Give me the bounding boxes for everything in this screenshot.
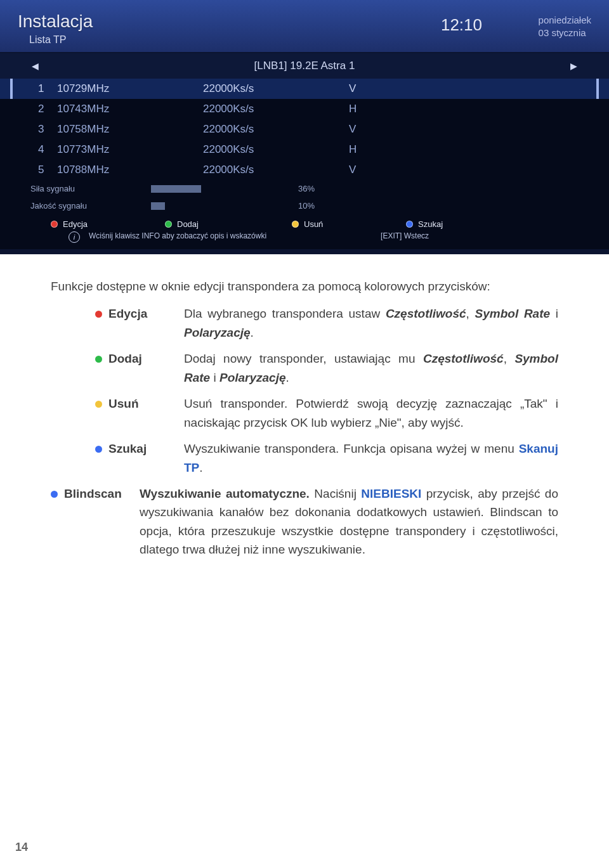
table-row[interactable]: 310758MHz22000Ks/sV [0,119,609,139]
color-legend: Edycja Dodaj Usuń Szukaj [0,214,609,230]
tv-screenshot: Instalacja Lista TP 12:10 poniedziałek 0… [0,0,609,254]
table-row[interactable]: 110729MHz22000Ks/sV [0,79,609,99]
signal-strength-bar [151,185,291,193]
article-intro: Funkcje dostępne w oknie edycji transpon… [51,277,558,295]
func-add-desc: Dodaj nowy transponder, ustawiając mu Cz… [184,349,558,387]
table-row[interactable]: 410773MHz22000Ks/sH [0,139,609,160]
blue-dot-icon [51,491,58,498]
func-blindscan-desc: Wyszukiwanie automatyczne. Naciśnij NIEB… [140,484,558,559]
blue-dot-icon [406,221,413,228]
yellow-dot-icon [292,221,299,228]
legend-yellow[interactable]: Usuń [292,219,406,229]
func-delete-desc: Usuń transponder. Potwierdź swoją decyzj… [184,394,558,432]
legend-green[interactable]: Dodaj [165,219,292,229]
func-delete: Usuń Usuń transponder. Potwierdź swoją d… [95,394,558,432]
arrow-right-icon[interactable]: ▶ [570,61,577,71]
row-index: 1 [19,82,57,95]
table-row[interactable]: 510788MHz22000Ks/sV [0,160,609,180]
row-polarization: V [349,82,387,95]
date-date: 03 stycznia [539,27,591,39]
signal-strength-row: Siła sygnału 36% [0,180,609,197]
signal-quality-row: Jakość sygnału 10% [0,197,609,214]
date-display: poniedziałek 03 stycznia [539,14,591,39]
row-symbolrate: 22000Ks/s [203,82,349,95]
green-dot-icon [95,356,102,363]
row-polarization: V [349,123,387,136]
hint-text: Wciśnij klawisz INFO aby zobaczyć opis i… [89,231,266,243]
row-symbolrate: 22000Ks/s [203,164,349,176]
red-dot-icon [51,221,58,228]
row-index: 4 [19,143,57,156]
row-polarization: H [349,103,387,115]
list-body: ◀ [LNB1] 19.2E Astra 1 ▶ 110729MHz22000K… [0,53,609,249]
legend-red[interactable]: Edycja [51,219,165,229]
row-polarization: H [349,143,387,156]
page-number: 14 [15,841,28,854]
signal-quality-bar [151,202,291,210]
row-index: 5 [19,164,57,176]
func-add: Dodaj Dodaj nowy transponder, ustawiając… [95,349,558,387]
signal-quality-label: Jakość sygnału [30,201,151,211]
signal-strength-label: Siła sygnału [30,184,151,193]
date-day: poniedziałek [539,14,591,27]
info-icon[interactable]: i [69,231,80,243]
signal-quality-value: 10% [298,201,315,211]
yellow-dot-icon [95,401,102,408]
row-frequency: 10743MHz [57,103,203,115]
signal-strength-value: 36% [298,184,315,193]
article-body: Funkcje dostępne w oknie edycji transpon… [0,254,609,605]
func-search: Szukaj Wyszukiwanie transpondera. Funkcj… [95,439,558,477]
lnb-label: [LNB1] 19.2E Astra 1 [254,60,355,72]
table-row[interactable]: 210743MHz22000Ks/sH [0,99,609,119]
header-bar: Instalacja Lista TP 12:10 poniedziałek 0… [0,0,609,52]
row-index: 3 [19,123,57,136]
func-edit: Edycja Dla wybranego transpondera ustaw … [95,304,558,342]
func-edit-desc: Dla wybranego transpondera ustaw Częstot… [184,304,558,342]
func-blindscan: Blindscan Wyszukiwanie automatyczne. Nac… [51,484,558,559]
row-frequency: 10758MHz [57,123,203,136]
arrow-left-icon[interactable]: ◀ [32,61,39,71]
legend-blue[interactable]: Szukaj [406,219,443,229]
row-frequency: 10788MHz [57,164,203,176]
func-search-desc: Wyszukiwanie transpondera. Funkcja opisa… [184,439,558,477]
row-frequency: 10773MHz [57,143,203,156]
hint-row: i Wciśnij klawisz INFO aby zobaczyć opis… [0,230,609,249]
row-frequency: 10729MHz [57,82,203,95]
red-dot-icon [95,311,102,318]
row-symbolrate: 22000Ks/s [203,103,349,115]
exit-hint: [EXIT] Wstecz [381,231,429,243]
clock: 12:10 [441,15,482,35]
row-symbolrate: 22000Ks/s [203,123,349,136]
green-dot-icon [165,221,172,228]
row-polarization: V [349,164,387,176]
page-subtitle: Lista TP [29,34,93,46]
blue-dot-icon [95,446,102,453]
page-title: Instalacja [18,11,93,32]
row-index: 2 [19,103,57,115]
lnb-selector[interactable]: ◀ [LNB1] 19.2E Astra 1 ▶ [0,53,609,79]
row-symbolrate: 22000Ks/s [203,143,349,156]
